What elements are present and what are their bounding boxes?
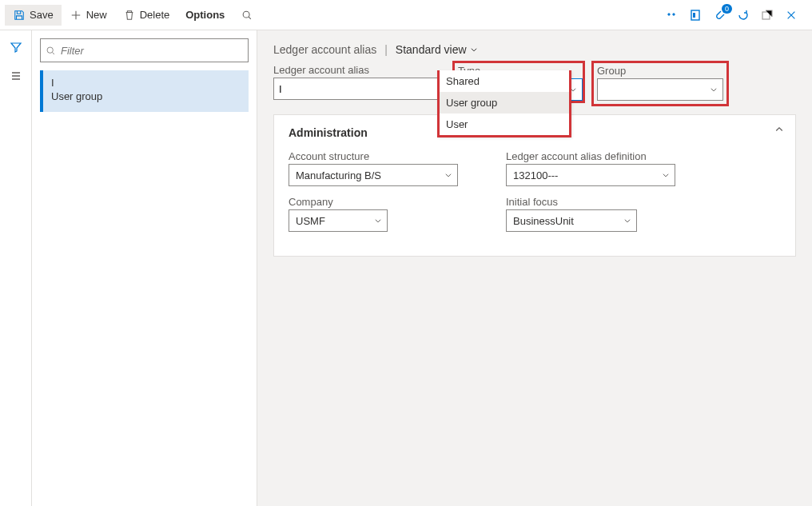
attachments-badge: 0	[722, 4, 732, 14]
definition-value: 132100---	[513, 169, 558, 181]
breadcrumb-sep: |	[384, 43, 388, 56]
funnel-icon[interactable]	[9, 40, 23, 54]
company-select[interactable]: USMF	[289, 209, 388, 232]
link-icon[interactable]	[663, 7, 679, 23]
list-item-subtitle: User group	[51, 90, 241, 102]
side-panel: I User group	[32, 30, 257, 506]
filter-input[interactable]	[61, 45, 243, 57]
chevron-down-icon	[374, 217, 382, 225]
plus-icon	[70, 9, 82, 22]
view-selector[interactable]: Standard view	[396, 43, 478, 56]
list-icon[interactable]	[9, 69, 23, 83]
office-icon[interactable]	[687, 7, 703, 23]
company-value: USMF	[296, 215, 325, 227]
svg-point-0	[244, 11, 250, 18]
type-option-shared[interactable]: Shared	[440, 70, 569, 92]
alias-label: Ledger account alias	[273, 64, 452, 76]
initial-focus-value: BusinessUnit	[513, 215, 574, 227]
save-label: Save	[30, 9, 54, 21]
chevron-down-icon	[662, 171, 670, 179]
layout: I User group Ledger account alias | Stan…	[0, 30, 812, 506]
company-field: Company USMF	[289, 196, 388, 232]
type-option-usergroup[interactable]: User group	[440, 92, 569, 114]
search-icon	[46, 46, 56, 56]
alias-field: Ledger account alias	[273, 64, 452, 100]
chevron-down-icon	[710, 86, 718, 94]
trash-icon	[123, 9, 136, 22]
chevron-down-icon	[623, 217, 631, 225]
filter-input-wrap[interactable]	[40, 38, 249, 62]
card-row-2: Company USMF Initial focus BusinessUnit	[289, 196, 781, 232]
delete-button[interactable]: Delete	[115, 5, 178, 26]
card-row-1: Account structure Manufacturing B/S Ledg…	[289, 150, 781, 186]
view-label: Standard view	[396, 43, 467, 56]
toolbar-right: 0	[663, 7, 807, 23]
close-icon[interactable]	[783, 7, 799, 23]
account-structure-value: Manufacturing B/S	[296, 169, 381, 181]
initial-focus-label: Initial focus	[506, 196, 637, 208]
type-dropdown: Shared User group User	[437, 70, 571, 137]
chevron-down-icon	[444, 171, 452, 179]
breadcrumb: Ledger account alias | Standard view	[273, 43, 796, 56]
initial-focus-select[interactable]: BusinessUnit	[506, 209, 637, 232]
search-icon	[241, 9, 253, 22]
options-button[interactable]: Options	[177, 5, 233, 25]
save-button[interactable]: Save	[5, 5, 62, 26]
definition-select[interactable]: 132100---	[506, 164, 675, 186]
company-label: Company	[289, 196, 388, 208]
account-structure-select[interactable]: Manufacturing B/S	[289, 164, 458, 186]
new-button[interactable]: New	[62, 5, 115, 26]
definition-label: Ledger account alias definition	[506, 150, 675, 162]
refresh-icon[interactable]	[735, 7, 751, 23]
svg-rect-2	[693, 13, 695, 18]
account-structure-label: Account structure	[289, 150, 458, 162]
breadcrumb-title: Ledger account alias	[273, 43, 376, 56]
save-icon	[13, 9, 26, 22]
group-field-highlighted: Group	[591, 61, 729, 106]
list-item[interactable]: I User group	[40, 70, 249, 112]
alias-input[interactable]	[273, 78, 451, 100]
chevron-down-icon	[470, 46, 478, 54]
svg-point-4	[47, 47, 53, 53]
main-area: Ledger account alias | Standard view Led…	[257, 30, 812, 506]
group-label: Group	[597, 65, 723, 77]
list-item-title: I	[51, 77, 241, 89]
toolbar: Save New Delete Options 0	[0, 0, 812, 30]
type-option-user[interactable]: User	[440, 114, 569, 135]
options-label: Options	[185, 9, 225, 21]
collapse-icon[interactable]	[774, 125, 784, 134]
definition-field: Ledger account alias definition 132100--…	[506, 150, 675, 186]
group-select[interactable]	[597, 78, 723, 101]
delete-label: Delete	[140, 9, 170, 21]
icon-rail	[0, 30, 32, 506]
attachments-icon[interactable]: 0	[711, 7, 727, 23]
account-structure-field: Account structure Manufacturing B/S	[289, 150, 458, 186]
initial-focus-field: Initial focus BusinessUnit	[506, 196, 637, 232]
toolbar-search-button[interactable]	[233, 5, 261, 26]
popout-icon[interactable]	[759, 7, 775, 23]
new-label: New	[86, 9, 107, 21]
